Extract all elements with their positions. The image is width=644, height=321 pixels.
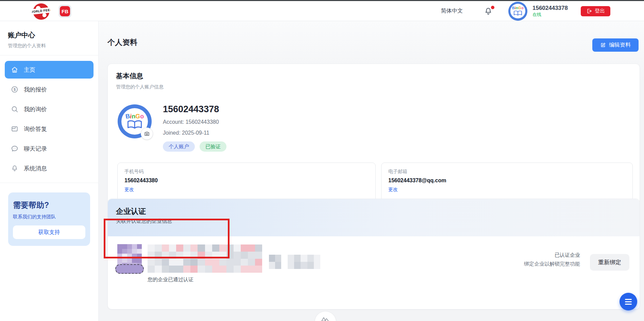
sidebar-item-label: 我的询价 xyxy=(24,105,47,113)
badge-personal-account: 个人账户 xyxy=(163,141,195,152)
avatar-bingo-text: BinGo xyxy=(125,113,144,119)
edit-icon xyxy=(600,42,606,48)
chat-icon xyxy=(11,145,18,152)
enterprise-status-line2: 绑定企业以解锁完整功能 xyxy=(524,259,580,268)
logout-label: 登出 xyxy=(595,8,605,14)
logo-text: WORLD FEED xyxy=(32,8,50,14)
image-placeholder-chip xyxy=(315,311,336,321)
sidebar-title: 账户中心 xyxy=(8,31,90,40)
sidebar-item-home[interactable]: 主页 xyxy=(5,61,94,79)
user-avatar[interactable]: BinGo xyxy=(508,2,527,21)
sidebar-item-label: 主页 xyxy=(24,66,35,74)
dollar-icon: $ xyxy=(11,86,18,93)
basic-info-title: 基本信息 xyxy=(116,71,631,81)
phone-label: 手机号码 xyxy=(124,169,369,175)
help-title: 需要帮助? xyxy=(13,200,85,210)
sidebar-item-label: 询价答复 xyxy=(24,125,47,133)
mountain-icon xyxy=(321,316,330,321)
window-top-edge xyxy=(0,0,644,1)
notification-dot xyxy=(491,6,494,9)
camera-icon xyxy=(144,131,150,137)
logout-button[interactable]: 登出 xyxy=(581,6,610,16)
enterprise-verified-note: 您的企业已通过认证 xyxy=(148,276,193,283)
help-subtitle: 联系我们的支持团队 xyxy=(13,214,85,220)
change-phone-link[interactable]: 更改 xyxy=(124,187,134,193)
profile-account-line: Account: 15602443380 xyxy=(163,119,219,125)
phone-value: 15602443380 xyxy=(124,178,369,184)
sidebar-item-my-quotes[interactable]: $ 我的报价 xyxy=(5,81,94,98)
header-right-group: 简体中文 BinGo xyxy=(441,1,610,21)
profile-avatar: BinGo xyxy=(118,104,152,138)
sidebar-item-system-messages[interactable]: 系统消息 xyxy=(5,159,94,177)
top-header: WORLD FEED FB 简体中文 BinGo xyxy=(0,1,644,21)
profile-joined-line: Joined: 2025-09-11 xyxy=(163,130,209,136)
basic-info-card: 基本信息 管理您的个人账户信息 BinGo xyxy=(107,64,640,205)
edit-profile-button[interactable]: 编辑资料 xyxy=(592,38,639,52)
enterprise-cert-card: 企业认证 关联并认证您的企业信息 您的企业已通过认证 已认证企业 绑定企业以解锁… xyxy=(107,199,640,309)
sidebar-item-my-inquiries[interactable]: 我的询价 xyxy=(5,100,94,118)
basic-info-subtitle: 管理您的个人账户信息 xyxy=(116,84,631,90)
avatar-bingo-text: BinGo xyxy=(512,6,523,10)
online-status: 在线 xyxy=(532,12,568,18)
floating-menu-button[interactable] xyxy=(620,293,637,310)
sidebar-item-chat-history[interactable]: 聊天记录 xyxy=(5,140,94,157)
world-feed-logo[interactable]: WORLD FEED xyxy=(32,2,50,21)
logout-icon xyxy=(586,8,592,14)
company-logo-redacted xyxy=(117,244,142,272)
sidebar-item-label: 聊天记录 xyxy=(24,145,47,153)
main-content: 个人资料 编辑资料 基本信息 管理您的个人账户信息 BinGo xyxy=(99,21,644,321)
notifications-button[interactable] xyxy=(484,7,493,16)
hamburger-icon xyxy=(625,299,632,300)
email-info-box: 电子邮箱 15602443378@qq.com 更改 xyxy=(381,163,633,201)
fb-badge[interactable]: FB xyxy=(58,5,71,18)
account-center-page: WORLD FEED FB 简体中文 BinGo xyxy=(0,0,644,321)
phone-info-box: 手机号码 15602443380 更改 xyxy=(117,163,376,201)
sidebar: 账户中心 管理您的个人资料 主页 $ 我的报价 我的询价 xyxy=(0,21,99,321)
enterprise-subtitle: 关联并认证您的企业信息 xyxy=(116,218,172,224)
sidebar-subtitle: 管理您的个人资料 xyxy=(8,43,90,49)
home-icon xyxy=(11,66,18,73)
help-card: 需要帮助? 联系我们的支持团队 获取支持 xyxy=(8,192,90,246)
badge-verified: 已验证 xyxy=(200,141,226,152)
enterprise-title: 企业认证 xyxy=(116,206,146,217)
enterprise-card-header: 企业认证 关联并认证您的企业信息 xyxy=(108,199,640,236)
search-icon xyxy=(11,105,18,113)
header-user-block[interactable]: BinGo 15602443378 在线 xyxy=(508,2,568,21)
header-username: 15602443378 xyxy=(532,5,568,12)
language-switcher[interactable]: 简体中文 xyxy=(441,7,463,15)
bell-icon xyxy=(11,165,18,172)
profile-display-name: 15602443378 xyxy=(163,104,219,115)
company-text-redacted xyxy=(288,255,320,269)
rebind-button[interactable]: 重新绑定 xyxy=(590,254,629,271)
folder-icon xyxy=(11,125,18,133)
sidebar-nav: 主页 $ 我的报价 我的询价 询价答复 xyxy=(0,55,98,183)
fb-badge-label: FB xyxy=(60,6,70,16)
svg-text:$: $ xyxy=(14,87,16,91)
company-name-redacted xyxy=(148,244,262,273)
change-email-link[interactable]: 更改 xyxy=(388,187,398,193)
sidebar-item-inquiry-replies[interactable]: 询价答复 xyxy=(5,120,94,138)
sidebar-item-label: 我的报价 xyxy=(24,86,47,94)
email-value: 15602443378@qq.com xyxy=(388,178,626,184)
get-support-button[interactable]: 获取支持 xyxy=(13,225,85,239)
book-icon xyxy=(513,11,522,16)
email-label: 电子邮箱 xyxy=(388,169,626,175)
sidebar-item-label: 系统消息 xyxy=(24,165,47,172)
change-avatar-button[interactable] xyxy=(141,128,153,140)
page-title: 个人资料 xyxy=(107,37,137,48)
book-icon xyxy=(127,120,142,130)
enterprise-status-line1: 已认证企业 xyxy=(524,251,580,259)
company-text-redacted xyxy=(269,255,281,269)
